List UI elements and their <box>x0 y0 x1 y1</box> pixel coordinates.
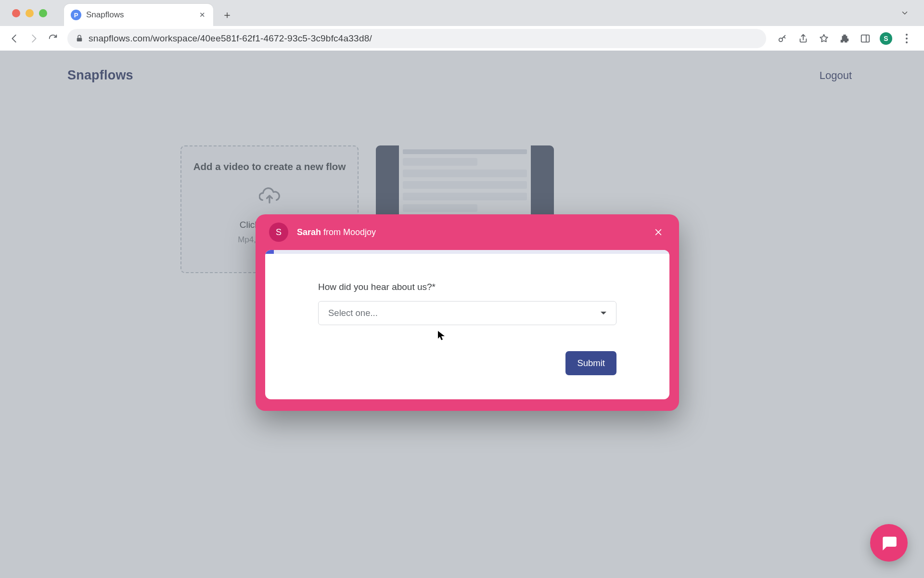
cursor-indicator <box>438 331 445 341</box>
extensions-icon[interactable] <box>835 29 854 48</box>
new-tab-button[interactable]: ＋ <box>218 6 236 24</box>
tab-title: Snapflows <box>86 10 193 20</box>
source-select[interactable]: Select one... <box>318 301 616 325</box>
browser-chrome: P Snapflows ✕ ＋ snapflows.com/workspace/… <box>0 0 924 51</box>
svg-rect-2 <box>861 35 870 42</box>
question-label: How did you hear about us?* <box>318 282 616 292</box>
tabs-dropdown-icon[interactable] <box>899 7 911 19</box>
caret-down-icon <box>601 312 606 315</box>
window-maximize-button[interactable] <box>39 9 47 17</box>
tab-close-icon[interactable]: ✕ <box>198 11 206 19</box>
submit-row: Submit <box>318 351 616 375</box>
sender-label: Sarah from Moodjoy <box>297 227 376 237</box>
browser-toolbar: snapflows.com/workspace/40ee581f-62f1-46… <box>0 26 924 51</box>
bookmark-star-icon[interactable] <box>814 29 834 48</box>
progress-fill <box>265 250 274 254</box>
chat-launcher-button[interactable] <box>870 524 908 562</box>
sender-avatar: S <box>269 223 288 242</box>
profile-avatar[interactable]: S <box>876 29 896 48</box>
progress-bar <box>265 250 669 254</box>
tab-strip: P Snapflows ✕ ＋ <box>0 0 924 26</box>
modal-close-button[interactable] <box>651 225 666 239</box>
submit-button[interactable]: Submit <box>565 351 616 375</box>
page: Snapflows Logout Add a video to create a… <box>0 51 924 578</box>
address-bar[interactable]: snapflows.com/workspace/40ee581f-62f1-46… <box>67 29 766 48</box>
sender-from: from Moodjoy <box>321 227 376 237</box>
share-icon[interactable] <box>794 29 813 48</box>
url-text: snapflows.com/workspace/40ee581f-62f1-46… <box>89 33 372 44</box>
browser-tab[interactable]: P Snapflows ✕ <box>64 4 213 26</box>
modal-body: How did you hear about us?* Select one..… <box>265 250 669 399</box>
lock-icon <box>75 34 84 43</box>
select-placeholder: Select one... <box>328 308 378 318</box>
nav-reload-button[interactable] <box>43 29 63 48</box>
sender-name: Sarah <box>297 227 321 237</box>
password-key-icon[interactable] <box>773 29 792 48</box>
browser-menu-icon[interactable] <box>897 29 916 48</box>
modal-header: S Sarah from Moodjoy <box>256 214 679 250</box>
window-minimize-button[interactable] <box>26 9 34 17</box>
window-close-button[interactable] <box>12 9 20 17</box>
survey-modal: S Sarah from Moodjoy How did you hear ab… <box>256 214 679 411</box>
side-panel-icon[interactable] <box>856 29 875 48</box>
toolbar-right: S <box>773 29 916 48</box>
modal-content: How did you hear about us?* Select one..… <box>265 254 669 399</box>
svg-rect-0 <box>77 38 82 41</box>
modal-body-wrap: How did you hear about us?* Select one..… <box>256 250 679 411</box>
window-controls <box>5 9 54 26</box>
nav-forward-button[interactable] <box>24 29 43 48</box>
tab-favicon: P <box>71 10 81 20</box>
nav-back-button[interactable] <box>5 29 24 48</box>
